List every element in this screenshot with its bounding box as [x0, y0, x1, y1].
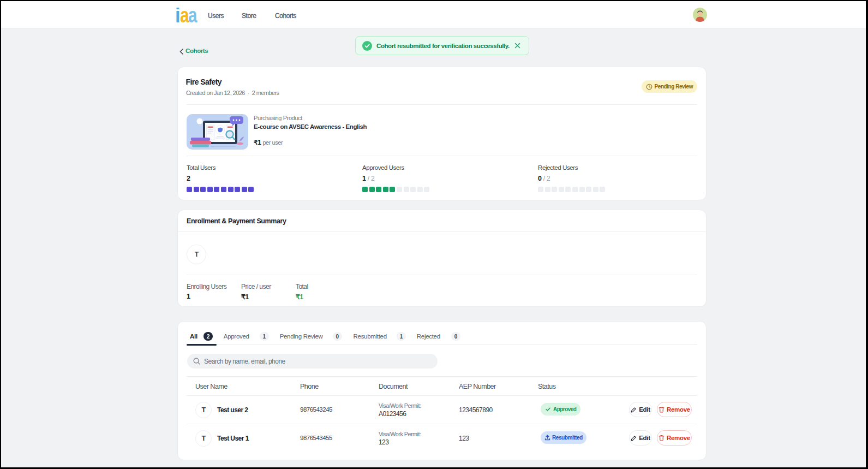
svg-text:a: a [188, 8, 197, 26]
svg-text:i: i [175, 8, 180, 26]
